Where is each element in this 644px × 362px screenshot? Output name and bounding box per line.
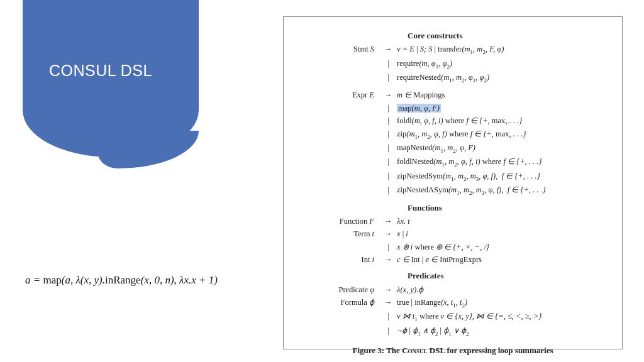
- rule-int: Int i → c ∈ Int | e ∈ IntProgExprs: [297, 254, 608, 266]
- rule-formula-alt: | ¬ϕ | ϕ1 ∧ ϕ2 | ϕ1 ∨ ϕ2: [297, 325, 608, 338]
- rule-stmt-alt: | requireNested(m1, m2, φ1, φ2): [297, 72, 608, 85]
- rule-predicate: Predicate φ → λ(x, y).ϕ: [297, 284, 608, 296]
- rule-expr-alt: | zip(m1, m2, φ, f) where f ∈ {+, max, .…: [297, 128, 608, 141]
- rule-expr-alt: | mapNested(m1, m2, φ, F): [297, 142, 608, 155]
- rule-term: Term t → x | i: [297, 228, 608, 240]
- rule-stmt-alt: | require(m, φ1, φ2): [297, 58, 608, 71]
- rule-expr-alt: | foldlNested(m1, m2, φ, f, i) where f ∈…: [297, 156, 608, 169]
- section-core: Core constructs: [408, 30, 608, 42]
- rule-function: Function F → λx. t: [297, 216, 608, 228]
- rule-expr-map-highlighted: | map(m, φ, F): [297, 102, 608, 114]
- rule-expr-alt: | zipNestedSym(m1, m2, m3, φ, f), f ∈ {+…: [297, 170, 608, 184]
- rule-expr: Expr E → m ∈ Mappings: [297, 89, 608, 101]
- figure-caption: Figure 3: The Consul DSL for expressing …: [297, 344, 608, 357]
- section-predicates: Predicates: [408, 270, 608, 282]
- rule-formula: Formula ϕ → true | inRange(x, t1, t2): [297, 297, 608, 310]
- page-title: CONSUL DSL: [49, 62, 152, 80]
- section-functions: Functions: [408, 202, 608, 214]
- example-equation: a = map(a, λ(x, y).inRange(x, 0, n), λx.…: [25, 274, 218, 287]
- rule-formula-alt: | v ⋈ t1 where v ∈ {x, y}, ⋈ ∈ {=, ≤, <,…: [297, 310, 608, 324]
- rule-expr-alt: | foldl(m, φ, f, i) where f ∈ {+, max, .…: [297, 115, 608, 127]
- rule-stmt: Stmt S → v = E | S; S | transfer(m1, m2,…: [297, 43, 608, 57]
- grammar-figure: Core constructs Stmt S → v = E | S; S | …: [283, 16, 623, 349]
- rule-expr-alt: | zipNestedASym(m1, m2, m3, φ, f), f ∈ {…: [297, 184, 608, 197]
- rule-term-alt: | x ⊕ i where ⊕ ∈ {+, ×, −, /}: [297, 241, 608, 253]
